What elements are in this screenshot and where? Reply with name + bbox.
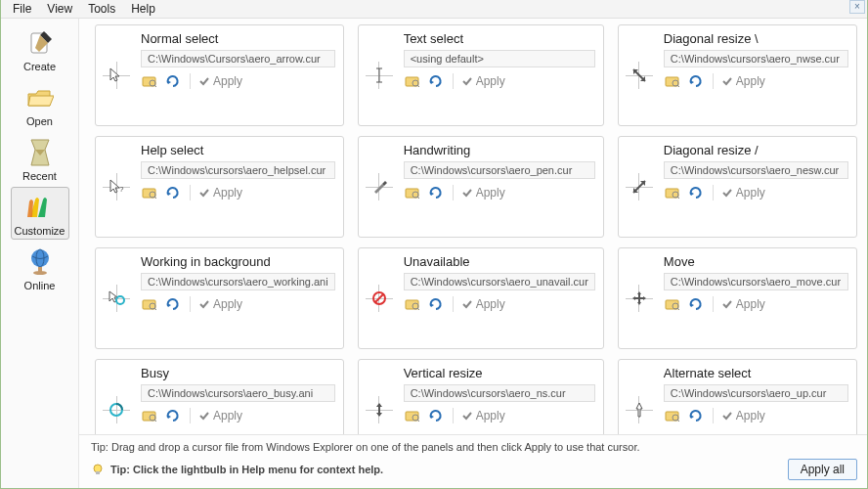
cursor-panel[interactable]: Move C:\Windows\cursors\aero_move.cur Ap… xyxy=(618,247,857,349)
cursor-panel[interactable]: Diagonal resize \ C:\Windows\cursors\aer… xyxy=(618,24,857,126)
check-icon xyxy=(198,75,210,87)
browse-button[interactable] xyxy=(141,296,158,312)
sidebar-item-online[interactable]: Online xyxy=(11,242,69,294)
panel-path[interactable]: <using default> xyxy=(404,50,595,67)
app-window: × File View Tools Help Create Open xyxy=(0,0,868,489)
svg-rect-11 xyxy=(406,77,418,86)
panel-path[interactable]: C:\Windows\cursors\aero_unavail.cur xyxy=(404,273,595,290)
apply-button[interactable]: Apply xyxy=(198,74,242,88)
cursor-panel[interactable]: Text select <using default> Apply xyxy=(358,24,604,126)
cursor-panel[interactable]: Working in background C:\Windows\cursors… xyxy=(95,247,344,349)
reset-button[interactable] xyxy=(164,408,182,423)
cursor-panel[interactable]: Handwriting C:\Windows\cursors\aero_pen.… xyxy=(358,136,604,238)
browse-button[interactable] xyxy=(404,408,421,423)
panel-path[interactable]: C:\Windows\cursors\aero_nesw.cur xyxy=(664,161,848,179)
browse-button[interactable] xyxy=(404,185,421,200)
cursor-panel[interactable]: ? Help select C:\Windows\cursors\aero_he… xyxy=(95,136,344,238)
reset-button[interactable] xyxy=(427,185,445,200)
cursor-grid: Normal select C:\Windows\Cursors\aero_ar… xyxy=(95,24,857,434)
browse-button[interactable] xyxy=(404,73,421,89)
cursor-icon xyxy=(630,289,648,307)
panel-path[interactable]: C:\Windows\cursors\aero_up.cur xyxy=(664,384,848,402)
panel-path[interactable]: C:\Windows\cursors\aero_helpsel.cur xyxy=(141,161,335,179)
tip-drag-drop: Tip: Drag and drop a cursor file from Wi… xyxy=(91,441,857,453)
cursor-panel[interactable]: Diagonal resize / C:\Windows\cursors\aer… xyxy=(618,136,857,238)
apply-button[interactable]: Apply xyxy=(461,74,505,88)
reset-button[interactable] xyxy=(164,296,182,312)
sidebar-item-open[interactable]: Open xyxy=(11,77,69,130)
reset-button[interactable] xyxy=(687,73,705,89)
menu-tools[interactable]: Tools xyxy=(80,0,123,18)
check-icon xyxy=(721,75,733,87)
browse-button[interactable] xyxy=(664,408,681,423)
browse-button[interactable] xyxy=(404,296,421,312)
apply-button[interactable]: Apply xyxy=(461,297,505,311)
panel-title: Working in background xyxy=(141,254,335,269)
cursor-panel[interactable]: Busy C:\Windows\cursors\aero_busy.ani Ap… xyxy=(95,359,344,434)
svg-line-37 xyxy=(417,308,419,310)
reset-button[interactable] xyxy=(427,73,445,89)
cursor-panel[interactable]: Normal select C:\Windows\Cursors\aero_ar… xyxy=(95,24,344,126)
browse-button[interactable] xyxy=(141,408,158,423)
apply-button[interactable]: Apply xyxy=(461,409,505,422)
panel-path[interactable]: C:\Windows\cursors\aero_ns.cur xyxy=(404,384,595,402)
browse-button[interactable] xyxy=(664,296,681,312)
sidebar-item-recent[interactable]: Recent xyxy=(11,132,69,185)
panel-path[interactable]: C:\Windows\cursors\aero_move.cur xyxy=(664,273,848,290)
reset-button[interactable] xyxy=(164,73,182,89)
apply-button[interactable]: Apply xyxy=(721,409,765,422)
svg-line-34 xyxy=(375,294,383,302)
sidebar-label: Open xyxy=(14,115,66,127)
panel-path[interactable]: C:\Windows\cursors\aero_busy.ani xyxy=(141,384,335,402)
cursor-icon xyxy=(630,178,648,196)
browse-button[interactable] xyxy=(664,185,681,200)
cursor-icon xyxy=(370,67,388,84)
check-icon xyxy=(198,298,210,310)
sidebar-item-create[interactable]: Create xyxy=(11,22,69,75)
menubar: File View Tools Help xyxy=(1,0,867,19)
svg-rect-53 xyxy=(96,471,100,474)
menu-view[interactable]: View xyxy=(39,0,80,18)
apply-button[interactable]: Apply xyxy=(198,186,242,200)
cursor-icon xyxy=(370,178,388,196)
close-button[interactable]: × xyxy=(849,0,865,14)
browse-button[interactable] xyxy=(664,73,681,89)
open-icon xyxy=(24,82,56,113)
sidebar-item-customize[interactable]: Customize xyxy=(11,187,69,240)
apply-button[interactable]: Apply xyxy=(461,186,505,200)
reset-button[interactable] xyxy=(687,185,705,200)
panel-title: Alternate select xyxy=(664,366,848,380)
reset-button[interactable] xyxy=(427,408,445,423)
browse-button[interactable] xyxy=(141,73,158,89)
panel-title: Vertical resize xyxy=(404,366,595,380)
apply-button[interactable]: Apply xyxy=(721,186,765,200)
apply-button[interactable]: Apply xyxy=(721,297,765,311)
cursor-panel[interactable]: Vertical resize C:\Windows\cursors\aero_… xyxy=(358,359,604,434)
reset-button[interactable] xyxy=(427,296,445,312)
apply-all-button[interactable]: Apply all xyxy=(788,459,857,480)
apply-button[interactable]: Apply xyxy=(721,74,765,88)
cursor-preview xyxy=(619,360,660,434)
panel-path[interactable]: C:\Windows\Cursors\aero_arrow.cur xyxy=(141,50,335,67)
apply-button[interactable]: Apply xyxy=(198,297,242,311)
cursor-panel[interactable]: Unavailable C:\Windows\cursors\aero_unav… xyxy=(358,247,604,349)
panel-path[interactable]: C:\Windows\cursors\aero_working.ani xyxy=(141,273,335,290)
apply-button[interactable]: Apply xyxy=(198,409,242,422)
svg-rect-22 xyxy=(406,189,418,198)
reset-button[interactable] xyxy=(687,296,705,312)
reset-button[interactable] xyxy=(164,185,182,200)
panel-path[interactable]: C:\Windows\cursors\aero_pen.cur xyxy=(404,161,595,179)
check-icon xyxy=(461,187,473,199)
reset-button[interactable] xyxy=(687,408,705,423)
menu-file[interactable]: File xyxy=(5,0,39,18)
customize-icon xyxy=(24,192,56,223)
panel-path[interactable]: C:\Windows\cursors\aero_nwse.cur xyxy=(664,50,848,67)
svg-line-40 xyxy=(677,308,679,310)
cursor-panel[interactable]: Alternate select C:\Windows\cursors\aero… xyxy=(618,359,857,434)
check-icon xyxy=(461,75,473,87)
menu-help[interactable]: Help xyxy=(123,0,163,18)
browse-button[interactable] xyxy=(141,185,158,200)
svg-rect-42 xyxy=(143,412,155,421)
svg-point-4 xyxy=(33,271,47,275)
panel-title: Text select xyxy=(404,31,595,46)
